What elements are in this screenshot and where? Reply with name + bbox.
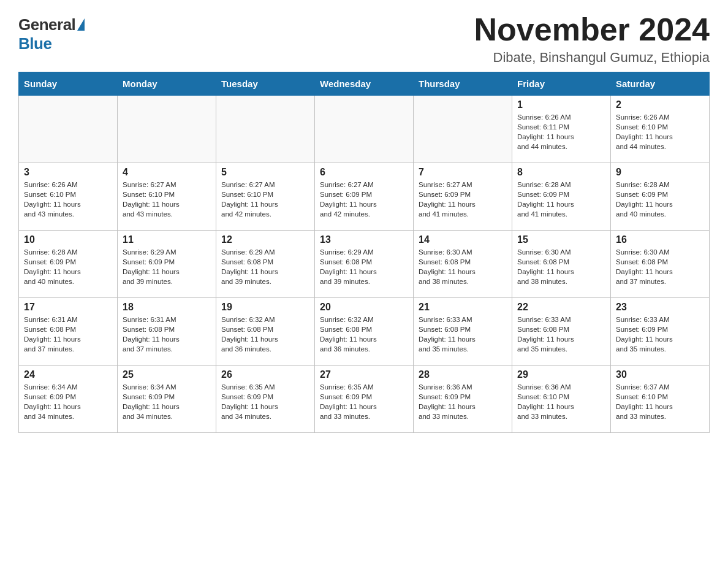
calendar-week-row: 10Sunrise: 6:28 AM Sunset: 6:09 PM Dayli…: [19, 231, 710, 298]
day-info: Sunrise: 6:30 AM Sunset: 6:08 PM Dayligh…: [517, 247, 605, 286]
calendar-cell: 18Sunrise: 6:31 AM Sunset: 6:08 PM Dayli…: [118, 298, 216, 366]
day-number: 18: [123, 302, 211, 313]
day-info: Sunrise: 6:33 AM Sunset: 6:08 PM Dayligh…: [517, 315, 605, 354]
calendar-cell: 21Sunrise: 6:33 AM Sunset: 6:08 PM Dayli…: [414, 298, 512, 366]
calendar-cell: 8Sunrise: 6:28 AM Sunset: 6:09 PM Daylig…: [512, 163, 611, 231]
calendar-cell: 22Sunrise: 6:33 AM Sunset: 6:08 PM Dayli…: [512, 298, 611, 366]
title-block: November 2024 Dibate, Binshangul Gumuz, …: [474, 12, 710, 66]
calendar-header-wednesday: Wednesday: [315, 72, 414, 96]
calendar-cell: 6Sunrise: 6:27 AM Sunset: 6:09 PM Daylig…: [315, 163, 414, 231]
day-info: Sunrise: 6:31 AM Sunset: 6:08 PM Dayligh…: [123, 315, 211, 354]
calendar-cell: [118, 96, 216, 163]
day-info: Sunrise: 6:32 AM Sunset: 6:08 PM Dayligh…: [320, 315, 408, 354]
day-info: Sunrise: 6:28 AM Sunset: 6:09 PM Dayligh…: [517, 180, 605, 219]
day-number: 20: [320, 302, 408, 313]
calendar-cell: 13Sunrise: 6:29 AM Sunset: 6:08 PM Dayli…: [315, 231, 414, 298]
calendar-cell: 29Sunrise: 6:36 AM Sunset: 6:10 PM Dayli…: [512, 366, 611, 433]
day-number: 29: [517, 369, 605, 380]
calendar-week-row: 1Sunrise: 6:26 AM Sunset: 6:11 PM Daylig…: [19, 96, 710, 163]
day-info: Sunrise: 6:30 AM Sunset: 6:08 PM Dayligh…: [616, 247, 704, 286]
day-info: Sunrise: 6:26 AM Sunset: 6:11 PM Dayligh…: [517, 112, 605, 151]
day-number: 6: [320, 167, 408, 178]
day-info: Sunrise: 6:31 AM Sunset: 6:08 PM Dayligh…: [24, 315, 112, 354]
logo-general-text: General: [18, 15, 75, 34]
calendar-cell: 30Sunrise: 6:37 AM Sunset: 6:10 PM Dayli…: [611, 366, 710, 433]
day-info: Sunrise: 6:26 AM Sunset: 6:10 PM Dayligh…: [24, 180, 112, 219]
calendar-cell: 20Sunrise: 6:32 AM Sunset: 6:08 PM Dayli…: [315, 298, 414, 366]
calendar-week-row: 24Sunrise: 6:34 AM Sunset: 6:09 PM Dayli…: [19, 366, 710, 433]
calendar-cell: 4Sunrise: 6:27 AM Sunset: 6:10 PM Daylig…: [118, 163, 216, 231]
day-info: Sunrise: 6:36 AM Sunset: 6:09 PM Dayligh…: [419, 382, 507, 421]
day-info: Sunrise: 6:27 AM Sunset: 6:10 PM Dayligh…: [123, 180, 211, 219]
calendar-week-row: 17Sunrise: 6:31 AM Sunset: 6:08 PM Dayli…: [19, 298, 710, 366]
day-info: Sunrise: 6:33 AM Sunset: 6:09 PM Dayligh…: [616, 315, 704, 354]
calendar-cell: 17Sunrise: 6:31 AM Sunset: 6:08 PM Dayli…: [19, 298, 118, 366]
day-info: Sunrise: 6:28 AM Sunset: 6:09 PM Dayligh…: [24, 247, 112, 286]
calendar-header-tuesday: Tuesday: [216, 72, 315, 96]
calendar-cell: 5Sunrise: 6:27 AM Sunset: 6:10 PM Daylig…: [216, 163, 315, 231]
calendar-cell: 1Sunrise: 6:26 AM Sunset: 6:11 PM Daylig…: [512, 96, 611, 163]
day-info: Sunrise: 6:28 AM Sunset: 6:09 PM Dayligh…: [616, 180, 704, 219]
day-number: 8: [517, 167, 605, 178]
calendar-cell: 7Sunrise: 6:27 AM Sunset: 6:09 PM Daylig…: [414, 163, 512, 231]
calendar-header-row: SundayMondayTuesdayWednesdayThursdayFrid…: [19, 72, 710, 96]
day-info: Sunrise: 6:30 AM Sunset: 6:08 PM Dayligh…: [419, 247, 507, 286]
day-info: Sunrise: 6:33 AM Sunset: 6:08 PM Dayligh…: [419, 315, 507, 354]
calendar-cell: 14Sunrise: 6:30 AM Sunset: 6:08 PM Dayli…: [414, 231, 512, 298]
day-info: Sunrise: 6:27 AM Sunset: 6:09 PM Dayligh…: [320, 180, 408, 219]
calendar-cell: 10Sunrise: 6:28 AM Sunset: 6:09 PM Dayli…: [19, 231, 118, 298]
calendar-cell: [216, 96, 315, 163]
logo-triangle-icon: [77, 18, 85, 31]
day-info: Sunrise: 6:35 AM Sunset: 6:09 PM Dayligh…: [320, 382, 408, 421]
day-number: 5: [221, 167, 309, 178]
day-number: 12: [221, 234, 309, 245]
calendar-table: SundayMondayTuesdayWednesdayThursdayFrid…: [18, 72, 710, 433]
day-number: 9: [616, 167, 704, 178]
calendar-cell: 24Sunrise: 6:34 AM Sunset: 6:09 PM Dayli…: [19, 366, 118, 433]
day-number: 22: [517, 302, 605, 313]
day-info: Sunrise: 6:26 AM Sunset: 6:10 PM Dayligh…: [616, 112, 704, 151]
calendar-header-thursday: Thursday: [414, 72, 512, 96]
calendar-cell: 3Sunrise: 6:26 AM Sunset: 6:10 PM Daylig…: [19, 163, 118, 231]
calendar-cell: 25Sunrise: 6:34 AM Sunset: 6:09 PM Dayli…: [118, 366, 216, 433]
calendar-cell: 28Sunrise: 6:36 AM Sunset: 6:09 PM Dayli…: [414, 366, 512, 433]
calendar-cell: 16Sunrise: 6:30 AM Sunset: 6:08 PM Dayli…: [611, 231, 710, 298]
calendar-header-saturday: Saturday: [611, 72, 710, 96]
day-info: Sunrise: 6:32 AM Sunset: 6:08 PM Dayligh…: [221, 315, 309, 354]
day-info: Sunrise: 6:27 AM Sunset: 6:10 PM Dayligh…: [221, 180, 309, 219]
day-info: Sunrise: 6:34 AM Sunset: 6:09 PM Dayligh…: [24, 382, 112, 421]
day-number: 21: [419, 302, 507, 313]
calendar-header-monday: Monday: [118, 72, 216, 96]
calendar-header-sunday: Sunday: [19, 72, 118, 96]
logo: General Blue: [18, 12, 85, 53]
day-number: 27: [320, 369, 408, 380]
day-info: Sunrise: 6:34 AM Sunset: 6:09 PM Dayligh…: [123, 382, 211, 421]
day-info: Sunrise: 6:27 AM Sunset: 6:09 PM Dayligh…: [419, 180, 507, 219]
calendar-week-row: 3Sunrise: 6:26 AM Sunset: 6:10 PM Daylig…: [19, 163, 710, 231]
day-number: 4: [123, 167, 211, 178]
calendar-title: November 2024: [474, 12, 710, 47]
day-number: 28: [419, 369, 507, 380]
logo-blue-text: Blue: [18, 34, 51, 53]
day-info: Sunrise: 6:35 AM Sunset: 6:09 PM Dayligh…: [221, 382, 309, 421]
calendar-subtitle: Dibate, Binshangul Gumuz, Ethiopia: [474, 50, 710, 66]
day-number: 25: [123, 369, 211, 380]
calendar-cell: 26Sunrise: 6:35 AM Sunset: 6:09 PM Dayli…: [216, 366, 315, 433]
calendar-cell: 27Sunrise: 6:35 AM Sunset: 6:09 PM Dayli…: [315, 366, 414, 433]
day-info: Sunrise: 6:29 AM Sunset: 6:08 PM Dayligh…: [320, 247, 408, 286]
calendar-cell: 15Sunrise: 6:30 AM Sunset: 6:08 PM Dayli…: [512, 231, 611, 298]
calendar-cell: [19, 96, 118, 163]
day-number: 23: [616, 302, 704, 313]
day-number: 1: [517, 99, 605, 110]
day-info: Sunrise: 6:37 AM Sunset: 6:10 PM Dayligh…: [616, 382, 704, 421]
day-number: 7: [419, 167, 507, 178]
calendar-cell: 23Sunrise: 6:33 AM Sunset: 6:09 PM Dayli…: [611, 298, 710, 366]
day-number: 30: [616, 369, 704, 380]
page-header: General Blue November 2024 Dibate, Binsh…: [18, 12, 710, 66]
calendar-cell: 2Sunrise: 6:26 AM Sunset: 6:10 PM Daylig…: [611, 96, 710, 163]
calendar-cell: 11Sunrise: 6:29 AM Sunset: 6:09 PM Dayli…: [118, 231, 216, 298]
day-number: 2: [616, 99, 704, 110]
day-number: 19: [221, 302, 309, 313]
day-number: 10: [24, 234, 112, 245]
day-number: 17: [24, 302, 112, 313]
